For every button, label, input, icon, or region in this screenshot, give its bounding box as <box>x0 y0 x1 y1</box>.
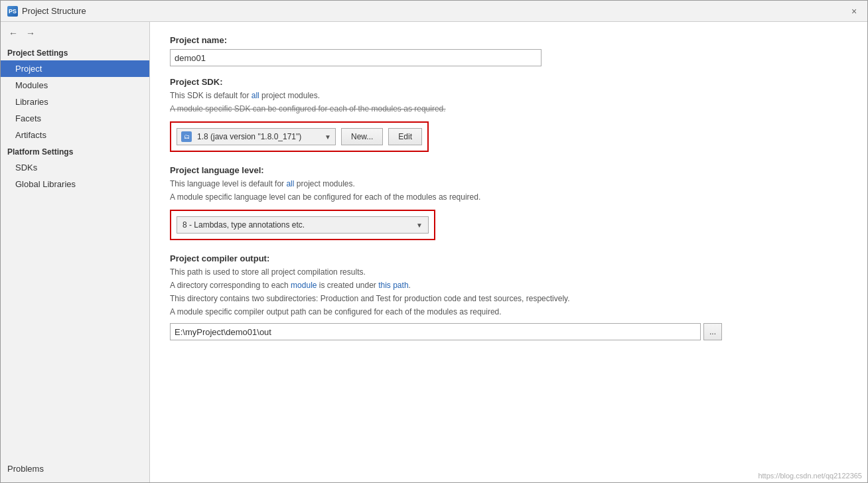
sidebar: ← → Project Settings Project Modules Lib… <box>1 22 150 482</box>
project-settings-label: Project Settings <box>1 44 149 60</box>
close-button[interactable]: × <box>847 5 861 18</box>
sidebar-item-libraries[interactable]: Libraries <box>1 94 149 110</box>
sdk-new-button[interactable]: New... <box>341 128 383 145</box>
output-path-row: ... <box>170 323 847 340</box>
dialog-body: ← → Project Settings Project Modules Lib… <box>1 22 867 482</box>
lang-info-1: This language level is default for all p… <box>170 178 847 190</box>
compiler-info-4: A module specific compiler output path c… <box>170 306 847 318</box>
compiler-info-1: This path is used to store all project c… <box>170 266 847 278</box>
compiler-output-title: Project compiler output: <box>170 253 847 263</box>
sidebar-item-modules[interactable]: Modules <box>1 77 149 94</box>
project-language-level-title: Project language level: <box>170 165 847 175</box>
nav-arrows: ← → <box>1 22 149 44</box>
lang-dropdown[interactable]: 8 - Lambdas, type annotations etc. ▼ <box>177 216 429 234</box>
sdk-folder-icon: 🗂 <box>181 131 192 142</box>
lang-info-2: A module specific language level can be … <box>170 191 847 203</box>
sdk-dropdown[interactable]: 🗂 1.8 (java version "1.8.0_171") ▼ <box>177 128 336 145</box>
platform-settings-label: Platform Settings <box>1 143 149 159</box>
sdk-value: 1.8 (java version "1.8.0_171") <box>197 132 301 141</box>
project-structure-dialog: PS Project Structure × ← → Project Setti… <box>0 0 868 483</box>
compiler-info-2: A directory corresponding to each module… <box>170 279 847 291</box>
sdk-info-2: A module specific SDK can be configured … <box>170 103 847 115</box>
back-arrow[interactable]: ← <box>6 26 21 40</box>
title-bar-icon: PS <box>7 6 18 17</box>
sdk-box: 🗂 1.8 (java version "1.8.0_171") ▼ New..… <box>170 121 429 152</box>
project-sdk-title: Project SDK: <box>170 77 847 87</box>
main-content: Project name: Project SDK: This SDK is d… <box>150 22 867 482</box>
sdk-dropdown-arrow: ▼ <box>325 133 331 141</box>
forward-arrow[interactable]: → <box>23 26 38 40</box>
sidebar-item-project[interactable]: Project <box>1 60 149 77</box>
browse-button[interactable]: ... <box>703 323 722 340</box>
project-name-label: Project name: <box>170 35 847 45</box>
sidebar-item-facets[interactable]: Facets <box>1 110 149 127</box>
project-name-input[interactable] <box>170 49 542 66</box>
output-path-input[interactable] <box>170 323 701 340</box>
title-bar-title: Project Structure <box>22 6 847 16</box>
title-bar: PS Project Structure × <box>1 1 867 22</box>
sdk-info-1: This SDK is default for all project modu… <box>170 90 847 102</box>
sidebar-item-global-libraries[interactable]: Global Libraries <box>1 176 149 192</box>
sidebar-item-problems[interactable]: Problems <box>1 460 149 477</box>
lang-value: 8 - Lambdas, type annotations etc. <box>182 220 305 230</box>
sidebar-item-sdks[interactable]: SDKs <box>1 159 149 176</box>
compiler-info-3: This directory contains two subdirectori… <box>170 293 847 305</box>
lang-dropdown-arrow: ▼ <box>416 222 423 229</box>
lang-box: 8 - Lambdas, type annotations etc. ▼ <box>170 210 435 240</box>
sidebar-item-artifacts[interactable]: Artifacts <box>1 127 149 143</box>
watermark: https://blog.csdn.net/qq2122365 <box>758 472 862 480</box>
sdk-edit-button[interactable]: Edit <box>388 128 422 145</box>
